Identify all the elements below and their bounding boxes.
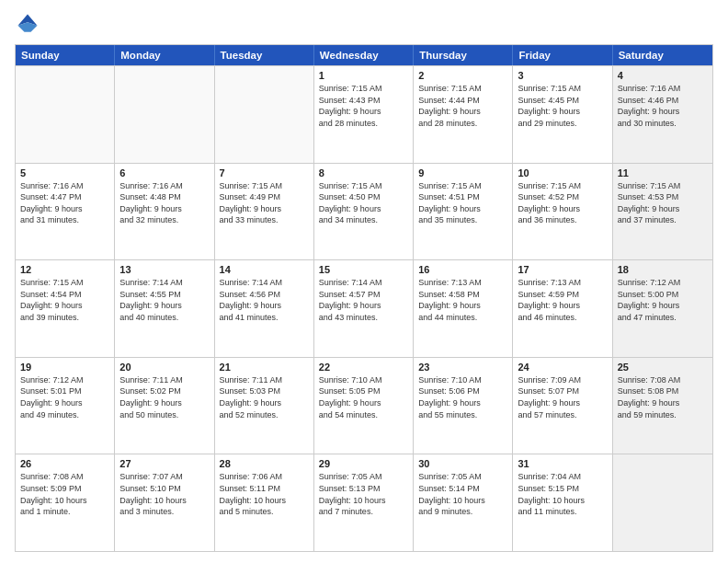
day-info: Sunrise: 7:04 AM Sunset: 5:15 PM Dayligh… bbox=[518, 471, 607, 517]
day-info: Sunrise: 7:05 AM Sunset: 5:13 PM Dayligh… bbox=[319, 471, 408, 517]
day-info: Sunrise: 7:08 AM Sunset: 5:09 PM Dayligh… bbox=[20, 471, 109, 517]
calendar-cell: 14Sunrise: 7:14 AM Sunset: 4:56 PM Dayli… bbox=[215, 260, 314, 357]
day-info: Sunrise: 7:15 AM Sunset: 4:49 PM Dayligh… bbox=[220, 180, 309, 226]
calendar-cell: 16Sunrise: 7:13 AM Sunset: 4:58 PM Dayli… bbox=[414, 260, 513, 357]
day-info: Sunrise: 7:05 AM Sunset: 5:14 PM Dayligh… bbox=[418, 471, 507, 517]
day-number: 18 bbox=[618, 264, 708, 275]
day-number: 27 bbox=[119, 458, 209, 469]
day-number: 25 bbox=[618, 362, 708, 373]
day-number: 14 bbox=[220, 264, 309, 275]
day-number: 1 bbox=[319, 70, 408, 81]
calendar-row: 26Sunrise: 7:08 AM Sunset: 5:09 PM Dayli… bbox=[16, 454, 712, 551]
day-number: 29 bbox=[319, 458, 408, 469]
calendar-cell: 12Sunrise: 7:15 AM Sunset: 4:54 PM Dayli… bbox=[16, 260, 115, 357]
calendar-day-header: Monday bbox=[115, 45, 214, 65]
day-number: 10 bbox=[518, 167, 607, 178]
calendar-cell: 8Sunrise: 7:15 AM Sunset: 4:50 PM Daylig… bbox=[314, 164, 414, 260]
day-info: Sunrise: 7:07 AM Sunset: 5:10 PM Dayligh… bbox=[119, 471, 209, 517]
day-info: Sunrise: 7:15 AM Sunset: 4:53 PM Dayligh… bbox=[618, 180, 708, 226]
logo bbox=[15, 11, 44, 37]
day-number: 20 bbox=[119, 362, 209, 373]
calendar-day-header: Thursday bbox=[414, 45, 513, 65]
day-number: 7 bbox=[220, 167, 309, 178]
day-info: Sunrise: 7:12 AM Sunset: 5:00 PM Dayligh… bbox=[618, 277, 708, 323]
calendar-cell: 26Sunrise: 7:08 AM Sunset: 5:09 PM Dayli… bbox=[16, 454, 115, 551]
calendar-day-header: Friday bbox=[513, 45, 612, 65]
calendar-day-header: Tuesday bbox=[215, 45, 314, 65]
day-number: 4 bbox=[618, 70, 708, 81]
day-info: Sunrise: 7:16 AM Sunset: 4:47 PM Dayligh… bbox=[20, 180, 109, 226]
day-number: 6 bbox=[119, 167, 209, 178]
page-header bbox=[15, 11, 713, 37]
day-info: Sunrise: 7:13 AM Sunset: 4:59 PM Dayligh… bbox=[518, 277, 607, 323]
day-info: Sunrise: 7:15 AM Sunset: 4:50 PM Dayligh… bbox=[319, 180, 408, 226]
calendar-cell: 24Sunrise: 7:09 AM Sunset: 5:07 PM Dayli… bbox=[513, 358, 612, 454]
day-number: 22 bbox=[319, 362, 408, 373]
day-info: Sunrise: 7:13 AM Sunset: 4:58 PM Dayligh… bbox=[418, 277, 507, 323]
calendar-cell: 9Sunrise: 7:15 AM Sunset: 4:51 PM Daylig… bbox=[414, 164, 513, 260]
day-number: 16 bbox=[418, 264, 507, 275]
calendar-cell: 17Sunrise: 7:13 AM Sunset: 4:59 PM Dayli… bbox=[513, 260, 612, 357]
calendar-cell: 3Sunrise: 7:15 AM Sunset: 4:45 PM Daylig… bbox=[513, 66, 612, 163]
calendar-cell: 25Sunrise: 7:08 AM Sunset: 5:08 PM Dayli… bbox=[613, 358, 712, 454]
calendar-cell bbox=[115, 66, 214, 163]
day-number: 24 bbox=[518, 362, 607, 373]
day-info: Sunrise: 7:15 AM Sunset: 4:52 PM Dayligh… bbox=[518, 180, 607, 226]
calendar-cell: 11Sunrise: 7:15 AM Sunset: 4:53 PM Dayli… bbox=[613, 164, 712, 260]
calendar-cell: 18Sunrise: 7:12 AM Sunset: 5:00 PM Dayli… bbox=[613, 260, 712, 357]
calendar-cell: 1Sunrise: 7:15 AM Sunset: 4:43 PM Daylig… bbox=[314, 66, 414, 163]
day-info: Sunrise: 7:15 AM Sunset: 4:51 PM Dayligh… bbox=[418, 180, 507, 226]
calendar-row: 5Sunrise: 7:16 AM Sunset: 4:47 PM Daylig… bbox=[16, 163, 712, 260]
day-info: Sunrise: 7:16 AM Sunset: 4:46 PM Dayligh… bbox=[618, 83, 708, 129]
day-number: 31 bbox=[518, 458, 607, 469]
day-number: 8 bbox=[319, 167, 408, 178]
day-info: Sunrise: 7:14 AM Sunset: 4:56 PM Dayligh… bbox=[220, 277, 309, 323]
day-number: 5 bbox=[20, 167, 109, 178]
calendar-cell: 5Sunrise: 7:16 AM Sunset: 4:47 PM Daylig… bbox=[16, 164, 115, 260]
calendar-cell: 29Sunrise: 7:05 AM Sunset: 5:13 PM Dayli… bbox=[314, 454, 414, 551]
calendar-day-header: Wednesday bbox=[314, 45, 414, 65]
day-number: 2 bbox=[418, 70, 507, 81]
day-number: 17 bbox=[518, 264, 607, 275]
day-info: Sunrise: 7:15 AM Sunset: 4:45 PM Dayligh… bbox=[518, 83, 607, 129]
calendar-cell: 7Sunrise: 7:15 AM Sunset: 4:49 PM Daylig… bbox=[215, 164, 314, 260]
day-info: Sunrise: 7:15 AM Sunset: 4:44 PM Dayligh… bbox=[418, 83, 507, 129]
day-info: Sunrise: 7:06 AM Sunset: 5:11 PM Dayligh… bbox=[220, 471, 309, 517]
day-info: Sunrise: 7:10 AM Sunset: 5:05 PM Dayligh… bbox=[319, 374, 408, 420]
calendar-cell: 21Sunrise: 7:11 AM Sunset: 5:03 PM Dayli… bbox=[215, 358, 314, 454]
day-number: 30 bbox=[418, 458, 507, 469]
logo-icon bbox=[15, 11, 40, 37]
day-info: Sunrise: 7:16 AM Sunset: 4:48 PM Dayligh… bbox=[119, 180, 209, 226]
calendar-cell: 15Sunrise: 7:14 AM Sunset: 4:57 PM Dayli… bbox=[314, 260, 414, 357]
day-info: Sunrise: 7:10 AM Sunset: 5:06 PM Dayligh… bbox=[418, 374, 507, 420]
calendar-cell bbox=[613, 454, 712, 551]
calendar-row: 12Sunrise: 7:15 AM Sunset: 4:54 PM Dayli… bbox=[16, 259, 712, 357]
day-info: Sunrise: 7:11 AM Sunset: 5:03 PM Dayligh… bbox=[220, 374, 309, 420]
calendar-cell bbox=[215, 66, 314, 163]
day-info: Sunrise: 7:14 AM Sunset: 4:57 PM Dayligh… bbox=[319, 277, 408, 323]
day-number: 12 bbox=[20, 264, 109, 275]
calendar-cell: 10Sunrise: 7:15 AM Sunset: 4:52 PM Dayli… bbox=[513, 164, 612, 260]
day-info: Sunrise: 7:09 AM Sunset: 5:07 PM Dayligh… bbox=[518, 374, 607, 420]
day-info: Sunrise: 7:11 AM Sunset: 5:02 PM Dayligh… bbox=[119, 374, 209, 420]
day-info: Sunrise: 7:15 AM Sunset: 4:54 PM Dayligh… bbox=[20, 277, 109, 323]
day-info: Sunrise: 7:14 AM Sunset: 4:55 PM Dayligh… bbox=[119, 277, 209, 323]
day-number: 15 bbox=[319, 264, 408, 275]
calendar-cell: 19Sunrise: 7:12 AM Sunset: 5:01 PM Dayli… bbox=[16, 358, 115, 454]
day-number: 19 bbox=[20, 362, 109, 373]
calendar: SundayMondayTuesdayWednesdayThursdayFrid… bbox=[15, 44, 713, 552]
calendar-cell: 22Sunrise: 7:10 AM Sunset: 5:05 PM Dayli… bbox=[314, 358, 414, 454]
calendar-cell: 23Sunrise: 7:10 AM Sunset: 5:06 PM Dayli… bbox=[414, 358, 513, 454]
day-info: Sunrise: 7:15 AM Sunset: 4:43 PM Dayligh… bbox=[319, 83, 408, 129]
day-info: Sunrise: 7:08 AM Sunset: 5:08 PM Dayligh… bbox=[618, 374, 708, 420]
calendar-cell: 6Sunrise: 7:16 AM Sunset: 4:48 PM Daylig… bbox=[115, 164, 214, 260]
day-number: 9 bbox=[418, 167, 507, 178]
day-number: 23 bbox=[418, 362, 507, 373]
calendar-cell: 13Sunrise: 7:14 AM Sunset: 4:55 PM Dayli… bbox=[115, 260, 214, 357]
calendar-row: 19Sunrise: 7:12 AM Sunset: 5:01 PM Dayli… bbox=[16, 357, 712, 454]
calendar-cell bbox=[16, 66, 115, 163]
day-number: 11 bbox=[618, 167, 708, 178]
calendar-cell: 4Sunrise: 7:16 AM Sunset: 4:46 PM Daylig… bbox=[613, 66, 712, 163]
day-number: 26 bbox=[20, 458, 109, 469]
day-number: 13 bbox=[119, 264, 209, 275]
